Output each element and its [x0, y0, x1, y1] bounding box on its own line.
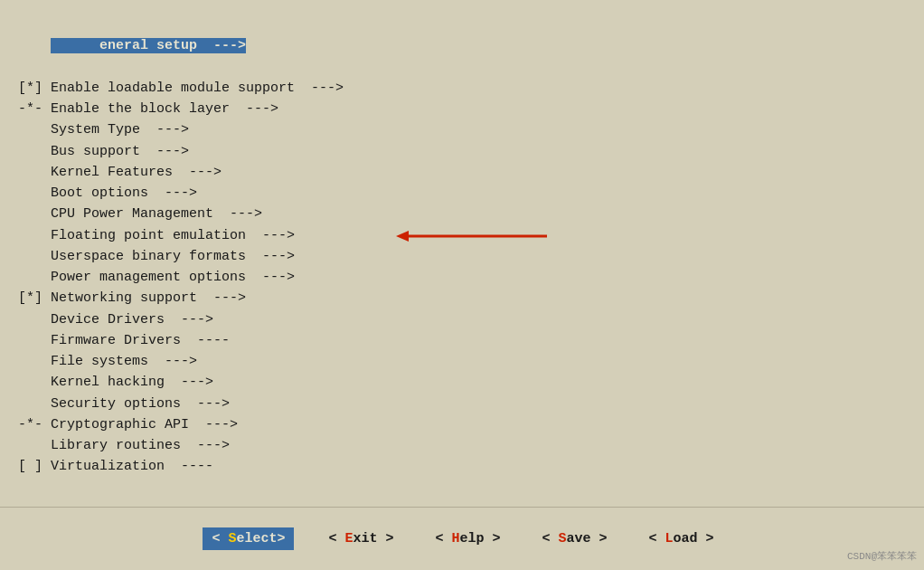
line-enable-block[interactable]: -*- Enable the block layer ---> [18, 99, 906, 119]
svg-marker-1 [396, 231, 409, 242]
exit-button[interactable]: < Exit > [321, 527, 401, 550]
line-kernel-features[interactable]: Kernel Features ---> [18, 162, 906, 183]
load-button[interactable]: < Load > [642, 527, 721, 550]
line-firmware-drivers[interactable]: Firmware Drivers ---- [18, 330, 906, 351]
help-button[interactable]: < Help > [428, 527, 507, 550]
help-highlight-letter: H [451, 531, 459, 546]
select-button[interactable]: < Select> [203, 527, 294, 550]
line-general-setup[interactable]: eneral setup ---> [18, 14, 906, 78]
line-device-drivers[interactable]: Device Drivers ---> [18, 309, 906, 330]
save-button[interactable]: < Save > [535, 527, 615, 550]
line-loadable-module[interactable]: [*] Enable loadable module support ---> [18, 78, 906, 99]
line-cpu-power[interactable]: CPU Power Management ---> [18, 204, 906, 224]
footer-toolbar: < Select> < Exit > < Help > < Save > < L… [0, 507, 924, 570]
select-highlight-letter: S [228, 531, 236, 546]
watermark-text: CSDN@笨笨笨笨 [847, 549, 917, 563]
line-power-mgmt[interactable]: Power management options ---> [18, 267, 906, 288]
red-arrow-annotation [371, 227, 552, 260]
line-boot-options[interactable]: Boot options ---> [18, 183, 906, 204]
line-library-routines[interactable]: Library routines ---> [18, 435, 906, 456]
line-networking-support[interactable]: [*] Networking support ---> [18, 288, 906, 309]
exit-highlight-letter: E [344, 531, 353, 546]
line-file-systems[interactable]: File systems ---> [18, 351, 906, 372]
line-bus-support[interactable]: Bus support ---> [18, 141, 906, 162]
line-virtualization[interactable]: [ ] Virtualization ---- [18, 456, 906, 477]
save-highlight-letter: S [559, 531, 567, 546]
line-crypto-api[interactable]: -*- Cryptographic API ---> [18, 414, 906, 435]
line-security-options[interactable]: Security options ---> [18, 394, 906, 414]
load-highlight-letter: L [665, 531, 674, 546]
terminal-area: eneral setup ---> [*] Enable loadable mo… [0, 0, 924, 507]
line-kernel-hacking[interactable]: Kernel hacking ---> [18, 372, 906, 393]
line-system-type[interactable]: System Type ---> [18, 119, 906, 140]
